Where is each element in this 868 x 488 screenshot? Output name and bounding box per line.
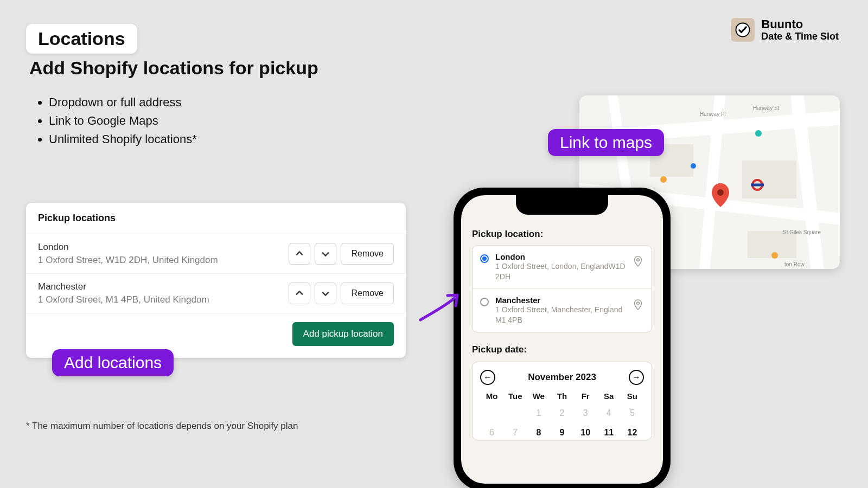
- svg-point-5: [691, 163, 696, 169]
- calendar-dow: Sa: [597, 391, 621, 401]
- option-address: 1 Oxford Street, Manchester, England M1 …: [495, 305, 626, 325]
- location-name: Manchester: [38, 281, 209, 292]
- svg-point-6: [660, 176, 667, 183]
- pickup-locations-card: Pickup locations London 1 Oxford Street,…: [26, 203, 406, 358]
- radio-selected-icon: [480, 254, 489, 263]
- svg-rect-3: [742, 160, 796, 198]
- calendar-day[interactable]: 12: [621, 426, 644, 440]
- bullet-item: Unlimited Shopify locations*: [49, 132, 197, 146]
- calendar-dow: Tue: [503, 391, 527, 401]
- calendar-day[interactable]: 4: [597, 406, 621, 420]
- remove-button[interactable]: Remove: [341, 282, 394, 304]
- brand-tagline: Date & Time Slot: [761, 31, 839, 42]
- pickup-option[interactable]: Manchester 1 Oxford Street, Manchester, …: [473, 289, 652, 332]
- calendar-day[interactable]: 2: [550, 406, 573, 420]
- calendar-day[interactable]: 3: [574, 406, 597, 420]
- bullet-item: Dropdown or full address: [49, 95, 197, 110]
- calendar-dow: Th: [550, 391, 573, 401]
- locations-badge: Locations: [26, 24, 137, 54]
- svg-text:Hanway St: Hanway St: [753, 105, 780, 111]
- svg-point-7: [771, 252, 778, 259]
- add-locations-callout: Add locations: [52, 349, 174, 376]
- location-address: 1 Oxford Street, W1D 2DH, United Kingdom: [38, 255, 218, 266]
- svg-point-16: [637, 259, 640, 261]
- calendar-day[interactable]: 5: [621, 406, 644, 420]
- brand-logo: Buunto Date & Time Slot: [731, 17, 839, 42]
- location-row: London 1 Oxford Street, W1D 2DH, United …: [26, 234, 406, 274]
- brand-name: Buunto: [761, 17, 839, 31]
- calendar-day[interactable]: 8: [527, 426, 550, 440]
- arrow-icon: [418, 287, 461, 325]
- chevron-down-icon: [322, 250, 329, 258]
- map-pin-icon[interactable]: [632, 299, 644, 311]
- link-to-maps-callout: Link to maps: [548, 129, 664, 156]
- calendar-day[interactable]: 1: [527, 406, 550, 420]
- calendar: ← November 2023 → Mo Tue We Th Fr Sa Su …: [472, 362, 652, 440]
- calendar-day[interactable]: 7: [503, 426, 527, 440]
- calendar-dow: Fr: [574, 391, 597, 401]
- calendar-day[interactable]: 11: [597, 426, 621, 440]
- location-address: 1 Oxford Street, M1 4PB, United Kingdom: [38, 294, 209, 305]
- svg-text:Hanway Pl: Hanway Pl: [700, 111, 726, 117]
- move-up-button[interactable]: [289, 282, 310, 304]
- calendar-dow: Mo: [480, 391, 503, 401]
- page-title: Add Shopify locations for pickup: [29, 57, 318, 79]
- pickup-option[interactable]: London 1 Oxford Street, London, EnglandW…: [473, 246, 652, 289]
- option-city: London: [495, 252, 626, 261]
- feature-bullets: Dropdown or full address Link to Google …: [49, 95, 197, 151]
- phone-notch: [516, 195, 608, 215]
- brand-check-icon: [731, 18, 755, 42]
- calendar-month: November 2023: [528, 372, 596, 383]
- location-name: London: [38, 242, 218, 253]
- svg-point-9: [717, 189, 724, 196]
- svg-rect-11: [751, 184, 764, 187]
- bullet-item: Link to Google Maps: [49, 114, 197, 128]
- footnote: * The maximum number of locations depend…: [26, 421, 298, 432]
- radio-unselected-icon: [480, 298, 489, 306]
- pickup-location-options: London 1 Oxford Street, London, EnglandW…: [472, 245, 652, 332]
- move-down-button[interactable]: [315, 282, 336, 304]
- svg-point-8: [755, 130, 762, 137]
- remove-button[interactable]: Remove: [341, 243, 394, 265]
- chevron-up-icon: [296, 250, 303, 258]
- card-title: Pickup locations: [26, 203, 406, 234]
- calendar-next-button[interactable]: →: [629, 370, 644, 385]
- calendar-prev-button[interactable]: ←: [480, 370, 495, 385]
- svg-point-17: [637, 302, 640, 305]
- calendar-day[interactable]: 6: [480, 426, 503, 440]
- chevron-down-icon: [322, 290, 329, 297]
- calendar-dow: We: [527, 391, 550, 401]
- svg-text:ton Row: ton Row: [784, 261, 805, 267]
- phone-mockup: Pickup location: London 1 Oxford Street,…: [454, 188, 671, 488]
- svg-text:St Giles Square: St Giles Square: [783, 229, 821, 235]
- move-down-button[interactable]: [315, 243, 336, 265]
- calendar-day[interactable]: 10: [574, 426, 597, 440]
- add-pickup-location-button[interactable]: Add pickup location: [292, 322, 394, 346]
- map-pin-icon[interactable]: [632, 255, 644, 267]
- option-city: Manchester: [495, 296, 626, 305]
- calendar-day[interactable]: 9: [550, 426, 573, 440]
- pickup-date-label: Pickup date:: [472, 344, 652, 355]
- option-address: 1 Oxford Street, London, EnglandW1D 2DH: [495, 261, 626, 282]
- pickup-location-label: Pickup location:: [472, 229, 652, 240]
- chevron-up-icon: [296, 290, 303, 297]
- move-up-button[interactable]: [289, 243, 310, 265]
- calendar-dow: Su: [621, 391, 644, 401]
- location-row: Manchester 1 Oxford Street, M1 4PB, Unit…: [26, 274, 406, 313]
